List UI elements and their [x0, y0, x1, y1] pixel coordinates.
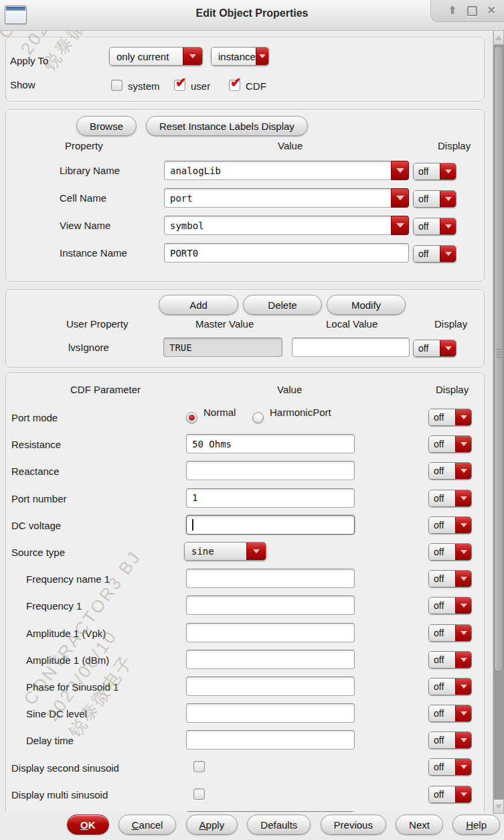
- view-name-row: View Name off: [6, 212, 484, 240]
- frequency-1-display-dropdown[interactable]: off: [428, 597, 472, 614]
- display-multi-sinusoid-display-dropdown[interactable]: off: [428, 786, 472, 803]
- checkbox-display-second-sinusoid[interactable]: [193, 761, 205, 772]
- chevron-down-icon: [256, 48, 268, 65]
- chevron-down-icon: [440, 163, 456, 180]
- amplitude-1-dbm-display-dropdown[interactable]: off: [428, 651, 472, 669]
- library-name-combo[interactable]: [164, 161, 409, 180]
- instance-name-input[interactable]: [164, 243, 409, 263]
- reactance-input[interactable]: [186, 461, 355, 480]
- browse-button[interactable]: Browse: [76, 116, 137, 136]
- help-button[interactable]: Help: [452, 815, 500, 835]
- chevron-down-icon: [455, 571, 471, 587]
- frequency-name-1-input[interactable]: [186, 569, 355, 588]
- frequency-1-input[interactable]: [186, 596, 355, 615]
- cell-name-input[interactable]: [164, 188, 409, 208]
- shade-up-icon[interactable]: ⬆: [448, 5, 456, 16]
- chevron-down-icon[interactable]: [391, 161, 409, 180]
- frequency-name-1-row: Frequency name 1 off: [6, 565, 484, 592]
- checkbox-display-multi-sinusoid[interactable]: [193, 788, 205, 800]
- library-display-dropdown[interactable]: off: [413, 163, 456, 180]
- scroll-up-button[interactable]: [493, 30, 504, 45]
- chevron-down-icon: [455, 517, 471, 533]
- dc-voltage-input[interactable]: [186, 515, 355, 535]
- close-icon[interactable]: ✕: [487, 5, 496, 16]
- resistance-input[interactable]: [186, 434, 355, 453]
- text-caret: [192, 519, 193, 531]
- display-header: Display: [438, 140, 471, 151]
- edit-object-properties-dialog: CONTRACTOR3 BJ 2023/06/10 锐泰微电子 CONTRACT…: [0, 0, 504, 840]
- radio-harmonicport[interactable]: [252, 412, 264, 423]
- local-value-field[interactable]: [292, 338, 410, 357]
- checkbox-cdf[interactable]: [229, 80, 240, 91]
- sine-dc-level-row: Sine DC level off: [6, 700, 484, 727]
- property-section: Browse Reset Instance Labels Display Pro…: [5, 109, 485, 282]
- user-property-section: Add Delete Modify User Property Master V…: [5, 289, 485, 368]
- vertical-scrollbar[interactable]: [493, 30, 504, 814]
- cdf-parameter-header: CDF Parameter: [70, 384, 141, 395]
- library-name-input[interactable]: [164, 161, 409, 180]
- resistance-display-dropdown[interactable]: off: [428, 435, 472, 453]
- delete-button[interactable]: Delete: [243, 295, 322, 315]
- phase-display-dropdown[interactable]: off: [428, 678, 472, 695]
- amplitude-1-dbm-row: Amplitude 1 (dBm) off: [6, 646, 484, 673]
- chevron-down-icon: [455, 732, 471, 748]
- source-type-dropdown[interactable]: sine: [184, 542, 266, 561]
- apply-button[interactable]: Apply: [186, 815, 238, 835]
- display-second-sinusoid-display-dropdown[interactable]: off: [428, 758, 472, 776]
- scrollbar-thumb[interactable]: [494, 46, 503, 672]
- port-mode-display-dropdown[interactable]: off: [428, 409, 472, 426]
- amplitude-1-vpk-display-dropdown[interactable]: off: [428, 624, 472, 642]
- source-type-row: Source type sine off: [6, 539, 484, 565]
- source-type-display-dropdown[interactable]: off: [428, 543, 472, 561]
- frequency-1-row: Frequency 1 off: [6, 592, 484, 619]
- ok-button[interactable]: OK: [67, 815, 109, 835]
- chevron-down-icon: [183, 48, 202, 65]
- checkbox-user[interactable]: [174, 80, 185, 91]
- cell-display-dropdown[interactable]: off: [413, 190, 456, 208]
- sine-dc-level-input[interactable]: [186, 703, 355, 723]
- frequency-name-1-display-dropdown[interactable]: off: [428, 570, 472, 587]
- port-number-display-dropdown[interactable]: off: [428, 490, 472, 507]
- reactance-display-dropdown[interactable]: off: [428, 462, 472, 480]
- apply-scope-dropdown[interactable]: only current: [109, 47, 203, 66]
- delay-time-display-dropdown[interactable]: off: [428, 731, 472, 749]
- chevron-down-icon[interactable]: [391, 188, 409, 208]
- modify-button[interactable]: Modify: [327, 295, 406, 315]
- instance-display-dropdown[interactable]: off: [413, 245, 456, 263]
- lvsignore-display-dropdown[interactable]: off: [413, 340, 456, 357]
- add-button[interactable]: Add: [159, 295, 238, 315]
- value-header: Value: [277, 384, 302, 395]
- chevron-down-icon: [455, 705, 471, 721]
- chevron-down-icon: [455, 679, 471, 695]
- amplitude-1-dbm-input[interactable]: [186, 650, 355, 669]
- value-header: Value: [278, 140, 303, 151]
- phase-for-sinusoid-1-input[interactable]: [186, 677, 355, 696]
- master-value-field: [163, 338, 282, 357]
- dc-voltage-display-dropdown[interactable]: off: [428, 516, 472, 534]
- cell-name-combo[interactable]: [164, 188, 409, 208]
- reset-instance-labels-button[interactable]: Reset Instance Labels Display: [146, 116, 308, 136]
- defaults-button[interactable]: Defaults: [247, 815, 311, 835]
- chevron-down-icon: [455, 652, 471, 668]
- view-display-dropdown[interactable]: off: [413, 218, 456, 235]
- chevron-down-icon[interactable]: [391, 216, 409, 235]
- display-multi-sinusoid-row: Display multi sinusoid off: [6, 781, 484, 808]
- view-name-combo[interactable]: [164, 216, 409, 235]
- view-name-input[interactable]: [164, 216, 409, 235]
- local-value-header: Local Value: [326, 318, 377, 330]
- delay-time-input[interactable]: [186, 730, 355, 750]
- radio-normal[interactable]: [186, 412, 197, 423]
- chevron-down-icon: [455, 544, 471, 560]
- sine-dc-level-display-dropdown[interactable]: off: [428, 705, 472, 722]
- maximize-icon[interactable]: [467, 6, 477, 16]
- chevron-down-icon: [440, 340, 456, 356]
- apply-target-dropdown[interactable]: instance: [211, 47, 269, 66]
- port-number-input[interactable]: [186, 488, 355, 508]
- amplitude-1-vpk-input[interactable]: [186, 623, 355, 642]
- cancel-button[interactable]: Cancel: [118, 815, 177, 835]
- phase-for-sinusoid-1-row: Phase for Sinusoid 1 off: [6, 673, 484, 700]
- previous-button[interactable]: Previous: [321, 815, 386, 835]
- checkbox-system[interactable]: [111, 80, 122, 91]
- next-button[interactable]: Next: [396, 815, 443, 835]
- chevron-down-icon: [455, 463, 471, 479]
